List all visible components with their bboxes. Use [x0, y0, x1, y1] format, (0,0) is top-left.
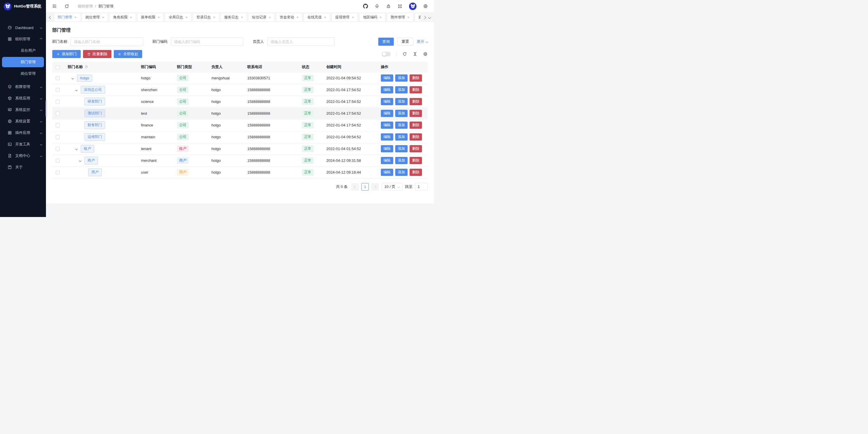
notifications-bell-icon[interactable] [375, 4, 379, 9]
user-avatar[interactable] [409, 3, 416, 10]
tab-close-icon[interactable]: × [380, 16, 382, 19]
tab-item[interactable]: 服务日志× [221, 13, 246, 21]
delete-button[interactable]: 删除 [410, 157, 422, 164]
tab-item[interactable]: 登录日志× [193, 13, 219, 21]
department-name-button[interactable]: 财务部门 [85, 121, 105, 129]
tab-close-icon[interactable]: × [241, 16, 243, 19]
add-button[interactable]: 添加 [395, 122, 408, 129]
tab-close-icon[interactable]: × [407, 16, 410, 19]
reset-button[interactable]: 重置 [397, 38, 413, 46]
tab-close-icon[interactable]: × [130, 16, 132, 19]
filter-input[interactable] [268, 37, 335, 46]
add-button[interactable]: 添加 [395, 86, 408, 93]
edit-button[interactable]: 编辑 [381, 122, 393, 129]
tab-item[interactable]: 全局日志× [165, 13, 191, 21]
collapse-all-button[interactable]: 全部收起 [114, 50, 142, 58]
help-icon[interactable] [85, 65, 88, 69]
tree-expand-icon[interactable] [79, 159, 81, 162]
select-all-checkbox[interactable] [56, 65, 60, 69]
batch-delete-button[interactable]: 批量删除 [83, 50, 112, 58]
edit-button[interactable]: 编辑 [381, 110, 393, 117]
tab-close-icon[interactable]: × [297, 16, 299, 19]
add-button[interactable]: 添加 [395, 110, 408, 117]
department-name-button[interactable]: 测试部门 [85, 110, 105, 117]
select-checkbox[interactable] [56, 170, 60, 174]
fullscreen-icon[interactable] [398, 4, 402, 9]
sidebar-item[interactable]: 系统应用 [0, 93, 46, 104]
tab-item[interactable]: 资金变动× [277, 13, 302, 21]
expand-filters-link[interactable]: 展开 [417, 39, 428, 44]
add-button[interactable]: 添加 [395, 133, 408, 141]
department-name-button[interactable]: 商户 [85, 157, 98, 165]
tab-close-icon[interactable]: × [324, 16, 326, 19]
tab-item[interactable]: 岗位管理× [83, 13, 108, 21]
add-department-button[interactable]: 添加部门 [52, 50, 81, 58]
pagination-prev-button[interactable] [351, 183, 359, 191]
collapse-sidebar-icon[interactable] [52, 4, 57, 9]
tab-close-icon[interactable]: × [185, 16, 188, 19]
column-settings-gear-icon[interactable] [423, 52, 428, 56]
select-checkbox[interactable] [56, 123, 60, 127]
tab-item[interactable]: 菜单权限× [138, 13, 163, 21]
delete-button[interactable]: 删除 [410, 145, 422, 152]
select-checkbox[interactable] [56, 112, 60, 116]
sidebar-item[interactable]: 关于 [0, 162, 46, 172]
tab-item[interactable]: 地区编码× [360, 13, 385, 21]
sidebar-item[interactable]: Dashboard [0, 22, 46, 33]
tree-expand-icon[interactable] [71, 77, 74, 79]
tabs-menu-chevron-icon[interactable] [429, 17, 431, 19]
filter-input[interactable] [171, 37, 243, 46]
select-checkbox[interactable] [56, 147, 60, 151]
reload-table-icon[interactable] [402, 52, 407, 56]
delete-button[interactable]: 删除 [410, 169, 422, 176]
tab-item[interactable]: 角色权限× [110, 13, 135, 21]
add-button[interactable]: 添加 [395, 169, 408, 176]
delete-button[interactable]: 删除 [410, 98, 422, 105]
edit-button[interactable]: 编辑 [381, 98, 393, 105]
tab-item[interactable]: 附件管理× [388, 13, 413, 21]
search-button[interactable]: 查询 [378, 38, 394, 46]
sidebar-item[interactable]: 权限管理 [0, 82, 46, 92]
department-name-button[interactable]: 用户 [88, 168, 102, 176]
edit-button[interactable]: 编辑 [381, 86, 393, 93]
logo[interactable]: HotGo管理系统 [0, 0, 46, 13]
department-name-button[interactable]: 研发部门 [85, 98, 105, 106]
pagination-next-button[interactable] [371, 183, 379, 191]
lock-screen-icon[interactable] [386, 4, 391, 9]
delete-button[interactable]: 删除 [410, 86, 422, 93]
sidebar-item[interactable]: 文档中心 [0, 151, 46, 161]
add-button[interactable]: 添加 [395, 75, 408, 82]
filter-input[interactable] [71, 37, 143, 46]
add-button[interactable]: 添加 [395, 157, 408, 164]
tab-item[interactable]: 提现管理× [332, 13, 357, 21]
edit-button[interactable]: 编辑 [381, 145, 393, 152]
sidebar-item[interactable]: 组织管理 [0, 34, 46, 44]
sidebar-item[interactable]: 后台用户 [0, 46, 46, 56]
sidebar-item[interactable]: 系统监控 [0, 105, 46, 115]
jump-to-input[interactable] [415, 183, 428, 191]
tab-close-icon[interactable]: × [74, 16, 77, 19]
tab-close-icon[interactable]: × [213, 16, 215, 19]
select-checkbox[interactable] [56, 100, 60, 104]
tabs-scroll-left-icon[interactable] [50, 17, 52, 19]
delete-button[interactable]: 删除 [410, 133, 422, 141]
sidebar-scrollbar-thumb[interactable] [46, 100, 47, 117]
tab-item[interactable]: 部门管理× [55, 13, 80, 21]
tab-close-icon[interactable]: × [102, 16, 104, 19]
edit-button[interactable]: 编辑 [381, 157, 393, 164]
tab-close-icon[interactable]: × [352, 16, 354, 19]
tree-expand-icon[interactable] [75, 89, 78, 91]
tab-item[interactable]: 在线充值× [304, 13, 330, 21]
page-size-select[interactable]: 10 / 页 [381, 183, 402, 191]
sidebar-item[interactable]: 开发工具 [0, 139, 46, 149]
tabs-scroll-right-icon[interactable] [423, 17, 426, 19]
striped-toggle[interactable] [382, 52, 391, 56]
tab-item[interactable]: 短信记录× [249, 13, 274, 21]
delete-button[interactable]: 删除 [410, 75, 422, 82]
sidebar-item[interactable]: 插件应用 [0, 127, 46, 138]
select-checkbox[interactable] [56, 88, 60, 92]
delete-button[interactable]: 删除 [410, 110, 422, 117]
row-height-icon[interactable] [413, 52, 417, 56]
add-button[interactable]: 添加 [395, 145, 408, 152]
edit-button[interactable]: 编辑 [381, 133, 393, 141]
